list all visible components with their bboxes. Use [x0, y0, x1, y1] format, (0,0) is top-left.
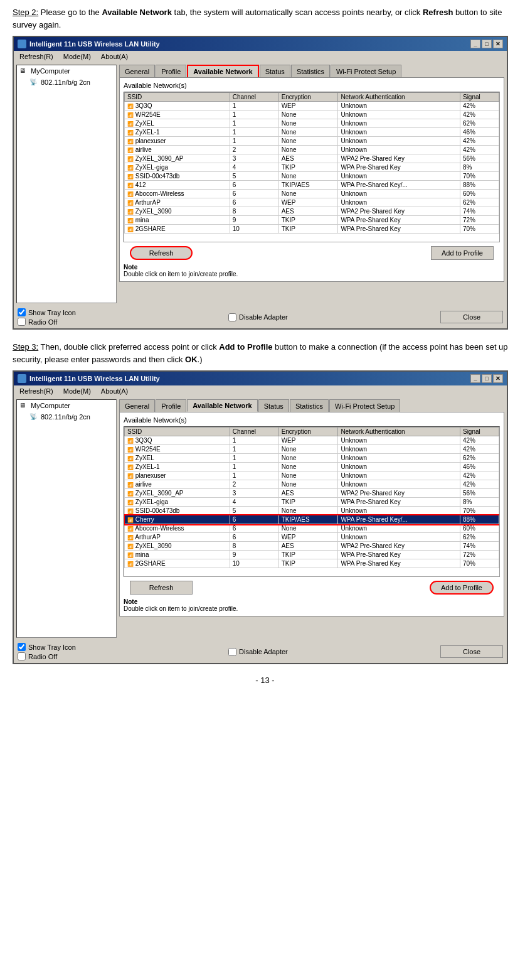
tab-wifi-protect[interactable]: Wi-Fi Protect Setup [331, 65, 401, 77]
table-cell: 📶 ZyXEL [125, 454, 230, 463]
table-cell: WPA2 Pre-Shared Key [338, 207, 460, 216]
table-row[interactable]: 📶 airlive2NoneUnknown42% [125, 480, 499, 489]
table-cell: 📶 ZyXEL-giga [125, 498, 230, 507]
table-row[interactable]: 📶 ZyXEL1NoneUnknown62% [125, 454, 499, 463]
tab-profile[interactable]: Profile [156, 65, 186, 77]
table-row[interactable]: 📶 Cherry6TKIP/AESWPA Pre-Shared Key/...8… [125, 515, 499, 524]
refresh-button2[interactable]: Refresh [130, 581, 193, 595]
table-cell: 📶 WR254E [125, 445, 230, 454]
table-row[interactable]: 📶 3Q3Q1WEPUnknown42% [125, 102, 499, 110]
table-cell: WPA Pre-Shared Key/... [338, 515, 460, 524]
window2-tabs[interactable]: General Profile Available Network Status… [119, 399, 504, 412]
table-row[interactable]: 📶 3Q3Q1WEPUnknown42% [125, 436, 499, 445]
disable-adapter-checkbox[interactable] [228, 313, 236, 321]
table-row[interactable]: 📶 ArthurAP6WEPUnknown62% [125, 533, 499, 542]
table-row[interactable]: 📶 2GSHARE10TKIPWPA Pre-Shared Key70% [125, 225, 499, 234]
table-row[interactable]: 📶 WR254E1NoneUnknown42% [125, 445, 499, 454]
add-to-profile-button2[interactable]: Add to Profile [430, 581, 494, 595]
tab2-general[interactable]: General [119, 399, 155, 412]
col-ssid: SSID [125, 93, 230, 102]
window2-controls[interactable]: _ □ ✕ [470, 374, 503, 383]
content2-title: Available Network(s) [124, 416, 500, 424]
close-button[interactable]: ✕ [493, 40, 503, 48]
table-row[interactable]: 📶 ZyXEL_30908AESWPA2 Pre-Shared Key74% [125, 542, 499, 551]
table-row[interactable]: 📶 Abocom-Wireless6NoneUnknown60% [125, 190, 499, 198]
tab2-statistics[interactable]: Statistics [290, 399, 329, 412]
menu-mode[interactable]: Mode(M) [61, 52, 93, 61]
tab-statistics[interactable]: Statistics [291, 65, 330, 77]
tab-general[interactable]: General [119, 65, 155, 77]
window1-tab-content: Available Network(s) SSID Channel Encryp… [119, 77, 504, 282]
table-cell: 8 [230, 542, 278, 551]
radio-off2-row: Radio Off [18, 652, 76, 660]
table-cell: Unknown [338, 102, 460, 110]
window-controls[interactable]: _ □ ✕ [470, 40, 503, 48]
tab-available-network[interactable]: Available Network [187, 65, 258, 77]
show-tray-checkbox[interactable] [18, 308, 26, 316]
table-row[interactable]: 📶 mina9TKIPWPA Pre-Shared Key72% [125, 551, 499, 559]
tab2-wifi-protect[interactable]: Wi-Fi Protect Setup [329, 399, 400, 412]
tab2-profile[interactable]: Profile [156, 399, 186, 412]
network-table2-scroll[interactable]: SSID Channel Encryption Network Authenti… [124, 427, 499, 576]
table-row[interactable]: 📶 SSID-00c473db5NoneUnknown70% [125, 172, 499, 181]
table-row[interactable]: 📶 SSID-00c473db5NoneUnknown70% [125, 507, 499, 515]
refresh-button[interactable]: Refresh [130, 246, 193, 260]
table-row[interactable]: 📶 2GSHARE10TKIPWPA Pre-Shared Key70% [125, 559, 499, 568]
adapter-icon [29, 78, 38, 87]
table-row[interactable]: 📶 Abocom-Wireless6NoneUnknown60% [125, 524, 499, 533]
table-cell: Unknown [338, 471, 460, 480]
maximize-button[interactable]: □ [482, 40, 492, 48]
table-cell: 72% [460, 551, 499, 559]
table-cell: WPA2 Pre-Shared Key [338, 154, 460, 163]
disable-adapter2-checkbox[interactable] [228, 648, 236, 656]
close-window-button[interactable]: Close [440, 311, 503, 323]
minimize-button[interactable]: _ [470, 40, 480, 48]
table-cell: 📶 2GSHARE [125, 225, 230, 234]
table-row[interactable]: 📶 ZyXEL-11NoneUnknown46% [125, 128, 499, 137]
window1-tabs[interactable]: General Profile Available Network Status… [119, 65, 504, 77]
table-row[interactable]: 📶 ArthurAP6WEPUnknown62% [125, 198, 499, 207]
table-cell: WPA Pre-Shared Key [338, 559, 460, 568]
table-cell: AES [278, 542, 338, 551]
tab-status[interactable]: Status [260, 65, 290, 77]
table-row[interactable]: 📶 airlive2NoneUnknown42% [125, 146, 499, 154]
table-cell: None [278, 172, 338, 181]
table-row[interactable]: 📶 mina9TKIPWPA Pre-Shared Key72% [125, 216, 499, 225]
tab2-status[interactable]: Status [258, 399, 289, 412]
table-row[interactable]: 📶 4126TKIP/AESWPA Pre-Shared Key/...88% [125, 181, 499, 190]
table-row[interactable]: 📶 ZyXEL_30908AESWPA2 Pre-Shared Key74% [125, 207, 499, 216]
radio-off2-checkbox[interactable] [18, 652, 26, 660]
table-row[interactable]: 📶 ZyXEL-giga4TKIPWPA Pre-Shared Key8% [125, 163, 499, 172]
menu-refresh[interactable]: Refresh(R) [18, 52, 55, 61]
close-button2[interactable]: ✕ [493, 374, 503, 383]
table-cell: 1 [230, 119, 278, 128]
table-row[interactable]: 📶 ZyXEL-giga4TKIPWPA Pre-Shared Key8% [125, 498, 499, 507]
table-row[interactable]: 📶 planexuser1NoneUnknown42% [125, 137, 499, 146]
table-cell: Unknown [338, 146, 460, 154]
close-window2-button[interactable]: Close [440, 645, 503, 658]
menu2-mode[interactable]: Mode(M) [61, 387, 93, 396]
sidebar-computer: MyComputer [17, 65, 116, 77]
table-row[interactable]: 📶 WR254E1NoneUnknown42% [125, 110, 499, 119]
show-tray2-checkbox[interactable] [18, 643, 26, 651]
table-row[interactable]: 📶 ZyXEL-11NoneUnknown46% [125, 463, 499, 471]
menu2-about[interactable]: About(A) [99, 387, 130, 396]
table-row[interactable]: 📶 planexuser1NoneUnknown42% [125, 471, 499, 480]
menu2-refresh[interactable]: Refresh(R) [18, 387, 55, 396]
table-cell: 📶 ArthurAP [125, 533, 230, 542]
add-to-profile-button[interactable]: Add to Profile [431, 246, 494, 260]
tab2-available-network[interactable]: Available Network [187, 399, 257, 412]
computer-label: MyComputer [31, 67, 70, 75]
table-row[interactable]: 📶 ZyXEL_3090_AP3AESWPA2 Pre-Shared Key56… [125, 489, 499, 498]
col-encryption: Encryption [278, 93, 338, 102]
table-row[interactable]: 📶 ZyXEL_3090_AP3AESWPA2 Pre-Shared Key56… [125, 154, 499, 163]
window2-btn-row: Refresh Add to Profile [124, 581, 500, 595]
table-cell: 1 [230, 128, 278, 137]
network-table-scroll[interactable]: SSID Channel Encryption Network Authenti… [124, 92, 499, 242]
radio-off-checkbox[interactable] [18, 318, 26, 326]
minimize-button2[interactable]: _ [470, 374, 480, 383]
menu-about[interactable]: About(A) [99, 52, 130, 61]
table-row[interactable]: 📶 ZyXEL1NoneUnknown62% [125, 119, 499, 128]
maximize-button2[interactable]: □ [482, 374, 492, 383]
col-signal: Signal [460, 93, 499, 102]
